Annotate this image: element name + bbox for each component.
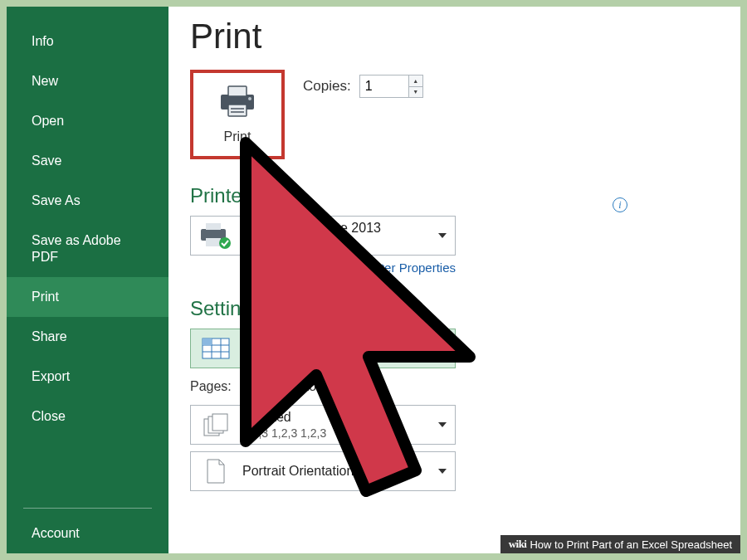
print-button[interactable]: Print: [190, 70, 285, 159]
spinner-down-icon[interactable]: ▼: [283, 387, 296, 397]
orientation-selector[interactable]: Portrait Orientation: [190, 451, 456, 491]
print-button-label: Print: [224, 129, 251, 144]
collate-line1: Collated: [242, 410, 448, 425]
sidebar-item-info[interactable]: Info: [7, 22, 168, 61]
printer-properties-row: Printer Properties: [190, 261, 456, 275]
sidebar-item-label: Print: [32, 290, 59, 304]
sidebar-spacer: [7, 436, 168, 508]
sidebar-item-share[interactable]: Share: [7, 317, 168, 357]
sidebar-item-save-as[interactable]: Save As: [7, 181, 168, 221]
wikihow-caption: wiki How to Print Part of an Excel Sprea…: [500, 535, 740, 553]
sidebar-item-export[interactable]: Export: [7, 357, 168, 397]
sidebar-item-label: Share: [32, 329, 67, 343]
spinner-arrows: ▲ ▼: [408, 75, 422, 97]
printer-status: Ready: [242, 237, 448, 251]
page-title: Print: [190, 17, 720, 56]
collated-pages-icon: [198, 412, 234, 437]
collate-text: Collated 1,2,3 1,2,3 1,2,3: [242, 410, 448, 440]
printer-info-icon[interactable]: i: [613, 197, 627, 212]
svg-rect-15: [203, 338, 212, 345]
svg-rect-2: [228, 105, 247, 116]
sidebar-item-label: Close: [32, 409, 66, 423]
collate-line2: 1,2,3 1,2,3 1,2,3: [242, 426, 448, 440]
sidebar-item-close[interactable]: Close: [7, 397, 168, 436]
printer-selector-text: Send To OneNote 2013 Ready: [242, 221, 448, 251]
spinner-arrows: ▲ ▼: [282, 376, 296, 397]
printer-icon: [217, 85, 257, 121]
svg-rect-7: [206, 223, 221, 230]
svg-rect-1: [228, 86, 247, 96]
print-what-selector[interactable]: Print Selection Only print the current s…: [190, 329, 456, 368]
svg-point-9: [219, 237, 231, 249]
sidebar-item-print[interactable]: Print: [7, 277, 168, 317]
copies-spinner[interactable]: ▲ ▼: [359, 75, 423, 98]
caption-text: How to Print Part of an Excel Spreadshee…: [530, 538, 732, 551]
settings-stack: Print Selection Only print the current s…: [190, 329, 720, 491]
pages-from-spinner[interactable]: ▲ ▼: [240, 375, 297, 398]
copies-control: Copies: ▲ ▼: [303, 75, 423, 98]
sidebar-item-label: Open: [32, 114, 64, 128]
printer-properties-link[interactable]: Printer Properties: [359, 261, 456, 275]
sidebar-item-label: Save As: [32, 193, 81, 207]
sidebar-item-open[interactable]: Open: [7, 101, 168, 141]
spinner-up-icon[interactable]: ▲: [368, 376, 381, 387]
sidebar-item-label: Info: [32, 34, 54, 48]
sidebar-divider: [23, 508, 152, 509]
backstage-sidebar: Info New Open Save Save As Save as Adobe…: [7, 7, 168, 553]
sidebar-item-label: Account: [32, 526, 80, 540]
pages-to-label: to: [305, 379, 316, 394]
printer-selector[interactable]: Send To OneNote 2013 Ready: [190, 216, 456, 256]
settings-section-heading: Settings: [190, 297, 720, 320]
spinner-up-icon[interactable]: ▲: [409, 75, 422, 86]
spinner-down-icon[interactable]: ▼: [368, 387, 381, 397]
print-what-text: Print Selection Only print the current s…: [242, 334, 448, 363]
print-action-row: Print Copies: ▲ ▼: [190, 70, 720, 159]
pages-to-spinner[interactable]: ▲ ▼: [325, 375, 382, 398]
spinner-down-icon[interactable]: ▼: [409, 86, 422, 97]
chevron-down-icon: [438, 233, 447, 238]
svg-point-5: [248, 97, 251, 100]
orientation-line1: Portrait Orientation: [242, 464, 448, 479]
printer-name: Send To OneNote 2013: [242, 221, 448, 236]
pages-to-input[interactable]: [325, 376, 367, 397]
printer-section-heading: Printer: [190, 184, 720, 207]
pages-label: Pages:: [190, 379, 232, 394]
collate-selector[interactable]: Collated 1,2,3 1,2,3 1,2,3: [190, 405, 456, 445]
sidebar-item-new[interactable]: New: [7, 61, 168, 101]
pages-from-input[interactable]: [241, 376, 282, 397]
print-what-line2: Only print the current selecti…: [242, 350, 448, 363]
printer-device-icon: [198, 222, 234, 250]
sidebar-item-label: Save: [32, 153, 61, 168]
pages-range-row: Pages: ▲ ▼ to ▲ ▼: [190, 375, 456, 398]
wikihow-frame: Info New Open Save Save As Save as Adobe…: [0, 0, 747, 560]
sidebar-item-save[interactable]: Save: [7, 141, 168, 181]
sidebar-item-label: Save as Adobe PDF: [32, 233, 121, 264]
sidebar-item-save-adobe-pdf[interactable]: Save as Adobe PDF: [7, 221, 168, 277]
chevron-down-icon: [438, 469, 447, 474]
sidebar-item-account[interactable]: Account: [7, 514, 168, 553]
chevron-down-icon: [438, 422, 447, 427]
print-panel: Print Print: [168, 7, 740, 553]
sidebar-item-label: Export: [32, 369, 70, 383]
portrait-page-icon: [198, 458, 234, 485]
spinner-arrows: ▲ ▼: [367, 376, 381, 397]
svg-rect-18: [212, 414, 227, 431]
copies-input[interactable]: [360, 75, 408, 97]
grid-selection-icon: [198, 338, 234, 359]
orientation-text: Portrait Orientation: [242, 464, 448, 479]
excel-backstage-window: Info New Open Save Save As Save as Adobe…: [7, 7, 740, 553]
svg-rect-8: [206, 238, 221, 246]
print-what-line1: Print Selection: [242, 334, 448, 348]
sidebar-item-label: New: [32, 74, 58, 88]
spinner-up-icon[interactable]: ▲: [283, 376, 296, 387]
copies-label: Copies:: [303, 78, 351, 95]
caption-brand: wiki: [509, 538, 527, 551]
chevron-down-icon: [438, 346, 447, 351]
